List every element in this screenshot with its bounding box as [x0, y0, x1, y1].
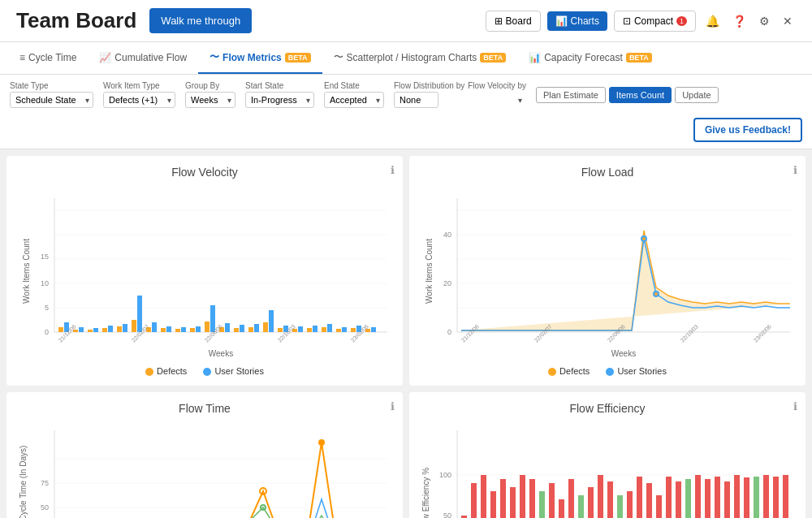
work-item-type-filter: Work Item Type Defects (+1) [103, 81, 175, 108]
svg-rect-169 [744, 477, 749, 518]
flow-time-info-icon[interactable]: ℹ [391, 400, 395, 412]
nav-tabs: ≡ Cycle Time 📈 Cumulative Flow 〜 Flow Me… [0, 42, 812, 75]
user-stories-legend-item: User Stories [203, 366, 264, 376]
settings-icon[interactable]: ⚙ [756, 11, 773, 31]
svg-rect-175 [773, 477, 779, 518]
start-state-select[interactable]: In-Progress [245, 92, 314, 108]
svg-rect-52 [351, 328, 356, 332]
flow-load-card: Flow Load ℹ Work Items Count 0 20 40 [409, 156, 806, 386]
svg-rect-141 [607, 481, 613, 518]
close-icon[interactable]: ✕ [780, 11, 796, 31]
flow-dist-label: Flow Distribution by [394, 81, 464, 90]
flow-velocity-legend: Defects User Stories [16, 366, 393, 376]
svg-text:50: 50 [41, 503, 49, 512]
compact-icon: ⊡ [623, 15, 631, 27]
end-state-filter: End State Accepted [324, 81, 384, 108]
none-select-wrap: None [394, 92, 526, 108]
flow-vel-label: Flow Velocity by [468, 81, 526, 90]
flow-velocity-chart: Work Items Count 0 5 10 15 [16, 182, 393, 363]
header-left: Team Board Walk me through [16, 8, 252, 33]
svg-text:15: 15 [41, 253, 49, 261]
svg-rect-137 [588, 487, 594, 518]
svg-rect-18 [102, 328, 107, 332]
svg-rect-50 [336, 329, 341, 332]
compact-button[interactable]: ⊡ Compact 1 [614, 11, 696, 32]
end-state-label: End State [324, 81, 384, 90]
svg-rect-32 [205, 322, 209, 332]
svg-rect-136 [578, 495, 584, 518]
svg-rect-173 [763, 475, 769, 518]
svg-rect-25 [152, 322, 157, 332]
scatterplot-beta-badge: BETA [480, 53, 506, 63]
cumulative-flow-icon: 📈 [99, 52, 111, 63]
flow-dist-select[interactable]: None [394, 92, 438, 108]
defects-legend-item: Defects [145, 366, 187, 376]
charts-button[interactable]: 📊 Charts [547, 11, 607, 31]
state-type-select[interactable]: Schedule State [10, 92, 93, 108]
svg-rect-55 [371, 327, 376, 332]
svg-rect-145 [627, 491, 633, 518]
svg-text:23/02/06: 23/02/06 [753, 323, 772, 343]
state-type-filter: State Type Schedule State [10, 81, 93, 108]
svg-rect-29 [181, 327, 186, 332]
svg-rect-133 [568, 479, 574, 518]
svg-text:Work Items Count: Work Items Count [425, 239, 434, 304]
items-count-button[interactable]: Items Count [609, 87, 672, 103]
tab-cumulative-flow[interactable]: 📈 Cumulative Flow [88, 44, 198, 73]
svg-rect-119 [500, 479, 506, 518]
charts-bar-icon: 📊 [555, 15, 568, 27]
tab-flow-metrics[interactable]: 〜 Flow Metrics BETA [198, 42, 322, 74]
svg-rect-37 [240, 325, 244, 332]
end-state-select[interactable]: Accepted [324, 92, 384, 108]
cycle-time-icon: ≡ [19, 52, 25, 63]
flow-efficiency-info-icon[interactable]: ℹ [793, 400, 797, 412]
walk-me-through-button[interactable]: Walk me through [149, 8, 252, 33]
velocity-buttons: Plan Estimate Items Count Update [536, 87, 719, 103]
tab-scatterplot[interactable]: 〜 Scatterplot / Histogram Charts BETA [322, 42, 518, 74]
svg-rect-153 [666, 477, 672, 518]
help-icon[interactable]: ❓ [729, 11, 749, 31]
plan-estimate-button[interactable]: Plan Estimate [536, 87, 606, 103]
svg-rect-113 [471, 483, 477, 518]
svg-rect-123 [520, 475, 525, 518]
notification-icon[interactable]: 🔔 [702, 11, 723, 31]
svg-text:10: 10 [41, 279, 49, 287]
svg-rect-167 [734, 475, 740, 518]
flow-load-title: Flow Load [419, 166, 796, 179]
flow-metrics-beta-badge: BETA [285, 53, 311, 63]
svg-point-95 [318, 439, 325, 446]
svg-rect-27 [166, 326, 171, 332]
group-by-select[interactable]: Weeks [185, 92, 235, 108]
flow-load-chart: Work Items Count 0 20 40 [419, 182, 796, 363]
tab-capacity-forecast[interactable]: 📊 Capacity Forecast BETA [517, 44, 663, 73]
start-state-filter: Start State In-Progress [245, 81, 314, 108]
flow-load-info-icon[interactable]: ℹ [793, 164, 797, 176]
svg-text:Work Items Count: Work Items Count [22, 239, 31, 304]
svg-rect-128 [539, 491, 545, 518]
svg-text:100: 100 [439, 471, 451, 479]
svg-rect-35 [225, 323, 230, 332]
board-button[interactable]: ⊞ Board [486, 11, 541, 32]
svg-rect-38 [248, 327, 253, 332]
tab-cycle-time[interactable]: ≡ Cycle Time [8, 44, 88, 73]
flow-metrics-icon: 〜 [209, 50, 219, 64]
feedback-button[interactable]: Give us Feedback! [693, 118, 802, 142]
svg-rect-41 [269, 310, 274, 332]
end-state-select-wrap: Accepted [324, 92, 384, 108]
flow-velocity-title: Flow Velocity [16, 166, 393, 179]
svg-text:40: 40 [443, 231, 451, 239]
svg-rect-51 [342, 327, 347, 332]
svg-rect-131 [559, 499, 564, 518]
work-item-type-select-wrap: Defects (+1) [103, 92, 175, 108]
svg-rect-172 [754, 477, 759, 518]
start-state-label: Start State [245, 81, 314, 90]
work-item-type-select[interactable]: Defects (+1) [103, 92, 175, 108]
update-button[interactable]: Update [675, 87, 718, 103]
svg-rect-49 [327, 324, 332, 332]
svg-text:0: 0 [447, 328, 451, 336]
svg-text:5: 5 [45, 304, 49, 312]
svg-rect-155 [676, 481, 681, 518]
svg-rect-139 [598, 475, 603, 518]
svg-rect-47 [313, 326, 317, 332]
flow-velocity-info-icon[interactable]: ℹ [391, 164, 395, 176]
